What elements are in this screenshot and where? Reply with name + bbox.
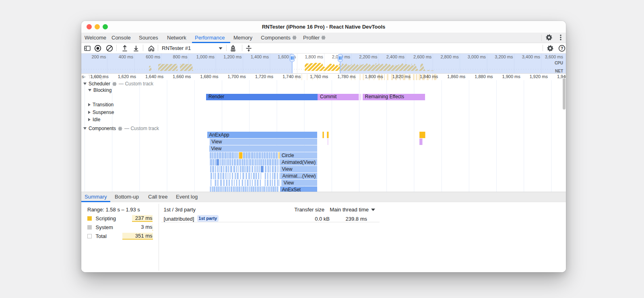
scheduler-event-remaining-effects[interactable]: Remaining Effects: [363, 94, 425, 100]
flame-slice[interactable]: [226, 180, 227, 186]
expand-triangle-icon[interactable]: [88, 111, 91, 114]
flame-slice[interactable]: [215, 180, 217, 186]
flame-slice[interactable]: [217, 173, 219, 179]
flame-slice[interactable]: [259, 159, 260, 166]
scheduler-event-gap[interactable]: [359, 94, 361, 100]
flame-slice[interactable]: [220, 186, 221, 192]
flame-slice[interactable]: [218, 186, 219, 192]
component-bar-anexset[interactable]: AnExSet: [280, 186, 318, 192]
flame-slice[interactable]: [268, 186, 269, 192]
flame-slice[interactable]: [230, 166, 232, 172]
flame-slice[interactable]: [277, 180, 279, 186]
flame-slice[interactable]: [258, 166, 260, 172]
flame-slice[interactable]: [225, 166, 227, 172]
flame-slice[interactable]: [222, 152, 224, 159]
flame-slice[interactable]: [277, 166, 278, 172]
flame-slice[interactable]: [279, 173, 280, 179]
flame-slice[interactable]: [260, 180, 261, 186]
collapse-triangle-icon[interactable]: [83, 127, 87, 130]
flame-slice[interactable]: [260, 173, 261, 179]
flame-slice[interactable]: [227, 186, 228, 192]
flame-slice[interactable]: [257, 186, 259, 192]
component-bar-animated-view-[interactable]: Animated(View): [280, 159, 318, 166]
flame-slice[interactable]: [240, 166, 242, 172]
flame-slice[interactable]: [221, 159, 223, 166]
flame-slice[interactable]: [253, 173, 255, 179]
capture-settings-gear-icon[interactable]: [546, 44, 554, 52]
flame-slice[interactable]: [260, 159, 262, 166]
flame-slice[interactable]: [242, 159, 243, 166]
flame-slice[interactable]: [224, 152, 227, 159]
flame-slice[interactable]: [246, 152, 248, 159]
flame-slice[interactable]: [244, 166, 246, 172]
flame-slice[interactable]: [279, 166, 279, 172]
flame-slice[interactable]: [254, 166, 256, 172]
flame-slice[interactable]: [265, 180, 266, 186]
flame-slice[interactable]: [246, 159, 247, 166]
flame-slice[interactable]: [261, 166, 264, 172]
flame-slice[interactable]: [269, 159, 271, 166]
flame-slice[interactable]: [228, 159, 229, 166]
selection-handle-left[interactable]: [290, 54, 294, 62]
flame-slice[interactable]: [247, 159, 248, 166]
scheduler-event-render[interactable]: Render: [206, 94, 318, 100]
flame-slice[interactable]: [245, 180, 246, 186]
target-dropdown-caret-icon[interactable]: [217, 44, 225, 52]
flame-slice[interactable]: [270, 186, 272, 192]
flame-slice[interactable]: [223, 173, 224, 179]
flame-slice[interactable]: [242, 173, 244, 179]
flame-slice[interactable]: [250, 180, 250, 186]
flame-slice[interactable]: [256, 173, 257, 179]
flame-slice[interactable]: [229, 152, 231, 159]
flame-slice[interactable]: [229, 173, 230, 179]
flame-slice[interactable]: [274, 173, 276, 179]
flame-slice[interactable]: [280, 180, 280, 186]
more-options-menu-icon[interactable]: [557, 33, 565, 41]
transition-lane-header[interactable]: Transition: [88, 101, 114, 108]
details-tab-summary[interactable]: Summary: [85, 192, 107, 202]
flame-slice[interactable]: [220, 180, 222, 186]
tab-network[interactable]: Network: [167, 33, 186, 43]
flame-slice[interactable]: [227, 173, 228, 179]
flame-slice[interactable]: [252, 166, 253, 172]
flame-slice[interactable]: [242, 180, 243, 186]
flame-slice[interactable]: [240, 173, 241, 179]
flame-slice[interactable]: [229, 180, 230, 186]
flame-slice[interactable]: [221, 186, 223, 192]
flame-slice[interactable]: [223, 159, 225, 166]
flame-slice[interactable]: [236, 186, 238, 192]
party-row-name[interactable]: [unattributed]: [164, 216, 194, 222]
flame-slice[interactable]: [245, 186, 246, 192]
flame-slice[interactable]: [213, 173, 214, 179]
flame-slice[interactable]: [227, 159, 228, 166]
flame-slice[interactable]: [215, 159, 216, 166]
flame-slice[interactable]: [265, 173, 266, 179]
save-profile-icon[interactable]: [132, 44, 140, 52]
flame-slice[interactable]: [276, 152, 278, 159]
flame-slice[interactable]: [249, 186, 250, 192]
flame-slice[interactable]: [236, 166, 237, 172]
flame-slice[interactable]: [275, 159, 277, 166]
flame-slice[interactable]: [264, 159, 266, 166]
flame-slice[interactable]: [273, 152, 275, 159]
collapse-tracks-icon[interactable]: [245, 44, 253, 52]
flame-slice[interactable]: [232, 173, 233, 179]
flame-slice[interactable]: [257, 180, 258, 186]
flame-slice[interactable]: [272, 159, 274, 166]
flame-slice[interactable]: [225, 186, 227, 192]
flame-slice[interactable]: [235, 186, 235, 192]
flame-slice[interactable]: [231, 186, 233, 192]
record-button-icon[interactable]: [94, 44, 102, 52]
flame-slice[interactable]: [252, 159, 253, 166]
flame-slice[interactable]: [247, 180, 249, 186]
components-track-header[interactable]: Components— Custom track: [83, 125, 159, 132]
load-profile-icon[interactable]: [121, 44, 129, 52]
flame-slice[interactable]: [211, 180, 211, 186]
home-icon[interactable]: [147, 44, 155, 52]
collapse-triangle-icon[interactable]: [88, 89, 91, 91]
flame-slice[interactable]: [251, 186, 252, 192]
flame-slice[interactable]: [249, 166, 250, 172]
gc-brush-icon[interactable]: [229, 44, 237, 52]
flame-slice[interactable]: [210, 159, 212, 166]
component-bar-view[interactable]: View: [210, 139, 318, 145]
